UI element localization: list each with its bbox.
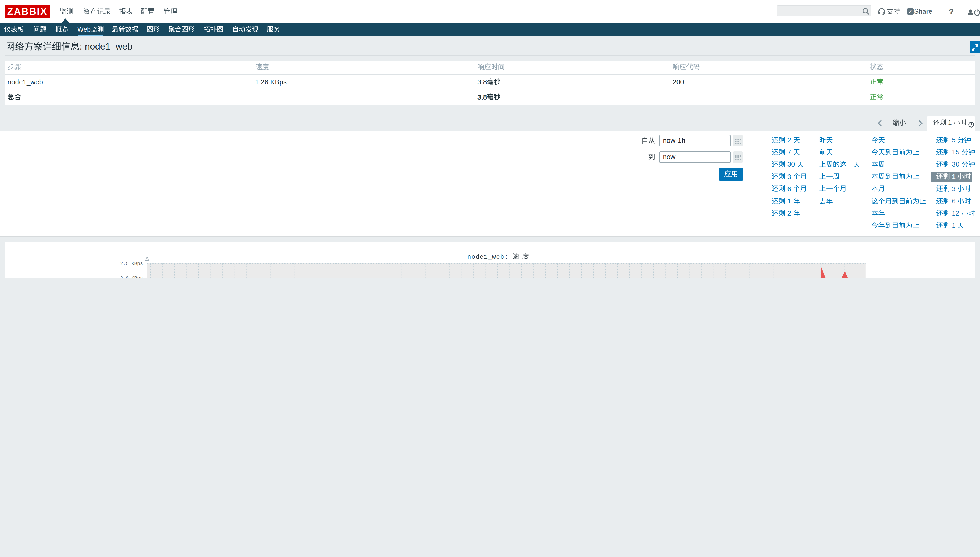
svg-text:2.5 KBps: 2.5 KBps bbox=[120, 261, 143, 266]
svg-text:2.0 KBps: 2.0 KBps bbox=[120, 275, 143, 278]
svg-text:node1_web:: node1_web: bbox=[467, 254, 508, 261]
